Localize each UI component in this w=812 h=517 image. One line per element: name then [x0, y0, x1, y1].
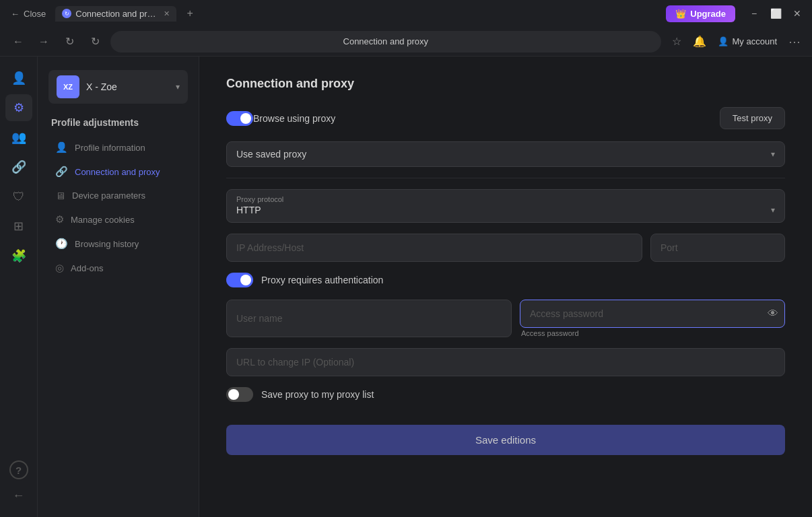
winclose-button[interactable]: ✕	[788, 4, 807, 23]
browsing-history-label: Browsing history	[75, 239, 139, 249]
browse-proxy-toggle[interactable]	[226, 111, 253, 126]
url-change-ip-input[interactable]	[226, 348, 785, 376]
tab-title: Connection and prox…	[75, 9, 157, 19]
tab-close-icon[interactable]: ✕	[164, 9, 170, 18]
sidebar-icon-link[interactable]: 🔗	[5, 153, 32, 180]
auth-row: 👁 Access password	[226, 300, 785, 337]
profile-dropdown[interactable]: XZ X - Zoe ▾	[48, 70, 188, 104]
proxy-auth-row: Proxy requires authentication	[226, 273, 785, 287]
sidebar-icon-shield[interactable]: 🛡	[5, 183, 32, 210]
chevron-down-icon: ▾	[771, 149, 775, 159]
active-tab[interactable]: ↻ Connection and prox… ✕	[55, 6, 176, 22]
new-tab-button[interactable]: +	[180, 4, 199, 23]
upgrade-button[interactable]: 👑 Upgrade	[666, 5, 735, 22]
save-proxy-label: Save proxy to my proxy list	[261, 389, 374, 400]
star-button[interactable]: ☆	[667, 32, 687, 52]
manage-cookies-label: Manage cookies	[71, 215, 135, 225]
proxy-auth-label: Proxy requires authentication	[261, 275, 383, 285]
manage-cookies-icon: ⚙	[55, 213, 64, 226]
access-password-label: Access password	[520, 329, 785, 337]
sidebar-item-manage-cookies[interactable]: ⚙ Manage cookies	[48, 208, 188, 231]
port-input[interactable]	[650, 234, 785, 262]
tab-favicon: ↻	[62, 9, 71, 18]
main-layout: 👤 ⚙ 👥 🔗 🛡 ⊞ 🧩 ? ← XZ X - Zoe ▾ Profile a…	[0, 57, 812, 517]
sidebar-icon-back[interactable]: ←	[5, 482, 32, 509]
browse-proxy-row: Browse using proxy Test proxy	[226, 107, 785, 129]
show-password-button[interactable]: 👁	[768, 308, 778, 320]
sidebar-item-browsing-history[interactable]: 🕐 Browsing history	[48, 232, 188, 255]
avatar: XZ	[57, 75, 79, 98]
browsing-history-icon: 🕐	[55, 238, 68, 250]
window-controls: − ⬜ ✕	[745, 4, 807, 23]
browse-proxy-label: Browse using proxy	[253, 113, 335, 124]
save-proxy-toggle[interactable]	[226, 387, 253, 402]
nav-right: ☆ 🔔 👤 My account ⋯	[667, 32, 804, 52]
title-bar: ← Close ↻ Connection and prox… ✕ + 👑 Upg…	[0, 0, 812, 27]
access-password-input[interactable]	[520, 300, 785, 328]
bell-button[interactable]: 🔔	[689, 32, 710, 52]
use-saved-proxy-dropdown[interactable]: Use saved proxy ▾	[226, 141, 785, 167]
chevron-down-icon: ▾	[176, 82, 180, 92]
main-content: Connection and proxy Browse using proxy …	[199, 57, 812, 517]
sidebar-icon-group[interactable]: 👥	[5, 124, 32, 151]
forward-button[interactable]: →	[34, 32, 54, 52]
toggle-thumb	[228, 389, 239, 400]
test-proxy-button[interactable]: Test proxy	[720, 107, 785, 129]
profile-name: X - Zoe	[86, 81, 169, 92]
back-button[interactable]: ←	[8, 32, 28, 52]
account-label: My account	[733, 36, 777, 46]
add-ons-icon: ◎	[55, 262, 64, 274]
sidebar-icon-user[interactable]: 👤	[5, 65, 32, 92]
minimize-button[interactable]: −	[745, 4, 764, 23]
save-proxy-row: Save proxy to my proxy list	[226, 387, 785, 402]
use-saved-proxy-text: Use saved proxy	[236, 149, 771, 160]
my-account-button[interactable]: 👤 My account	[712, 34, 782, 49]
add-ons-label: Add-ons	[71, 263, 103, 273]
sidebar-icon-grid[interactable]: ⊞	[5, 213, 32, 240]
sidebar-item-profile-info[interactable]: 👤 Profile information	[48, 136, 188, 159]
close-button[interactable]: ← Close	[5, 6, 51, 22]
device-params-icon: 🖥	[55, 190, 65, 201]
connection-proxy-icon: 🔗	[55, 166, 68, 178]
chevron-down-icon: ▾	[771, 205, 775, 215]
sidebar-icon-settings[interactable]: ⚙	[5, 94, 32, 121]
close-icon: ←	[11, 9, 20, 19]
save-editions-button[interactable]: Save editions	[226, 425, 785, 455]
page-title: Connection and proxy	[226, 77, 785, 91]
proxy-protocol-label: Proxy protocol	[236, 195, 775, 203]
divider	[226, 178, 785, 178]
nav-bar: ← → ↻ ↻ Connection and proxy ☆ 🔔 👤 My ac…	[0, 27, 812, 57]
maximize-button[interactable]: ⬜	[766, 4, 785, 23]
account-icon: 👤	[718, 36, 729, 46]
sidebar-icon-help[interactable]: ?	[9, 460, 28, 479]
address-bar[interactable]: Connection and proxy	[110, 31, 661, 53]
sidebar-icon-puzzle[interactable]: 🧩	[5, 242, 32, 269]
profile-section-title: Profile adjustments	[48, 117, 188, 128]
profile-info-icon: 👤	[55, 141, 68, 153]
proxy-protocol-value: HTTP	[236, 205, 771, 215]
toggle-thumb	[240, 113, 251, 124]
ip-port-row	[226, 234, 785, 262]
reload-button[interactable]: ↻	[59, 32, 79, 52]
address-reload-button[interactable]: ↻	[85, 32, 105, 52]
sidebar-item-device-params[interactable]: 🖥 Device parameters	[48, 184, 188, 207]
upgrade-icon: 👑	[675, 9, 686, 19]
profile-sidebar: XZ X - Zoe ▾ Profile adjustments 👤 Profi…	[38, 57, 199, 517]
access-password-wrapper: 👁 Access password	[520, 300, 785, 337]
icon-sidebar: 👤 ⚙ 👥 🔗 🛡 ⊞ 🧩 ? ←	[0, 57, 38, 517]
sidebar-item-connection-proxy[interactable]: 🔗 Connection and proxy	[48, 160, 188, 183]
ip-address-input[interactable]	[226, 234, 642, 262]
username-input[interactable]	[226, 300, 512, 337]
sidebar-item-add-ons[interactable]: ◎ Add-ons	[48, 256, 188, 279]
address-text: Connection and proxy	[119, 36, 653, 46]
profile-info-label: Profile information	[75, 143, 145, 153]
toggle-thumb	[240, 275, 251, 285]
close-label: Close	[24, 9, 46, 19]
connection-proxy-label: Connection and proxy	[75, 167, 160, 177]
proxy-protocol-dropdown[interactable]: Proxy protocol HTTP ▾	[226, 189, 785, 223]
more-button[interactable]: ⋯	[785, 32, 804, 51]
proxy-auth-toggle[interactable]	[226, 273, 253, 287]
device-params-label: Device parameters	[72, 191, 145, 201]
